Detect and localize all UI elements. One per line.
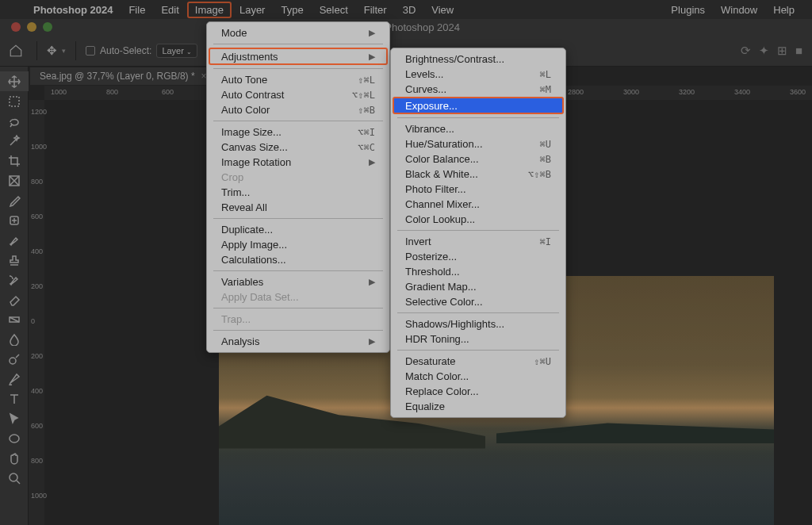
menu-item-label: Adjustments: [221, 51, 278, 63]
tool-path-select[interactable]: [0, 408, 29, 428]
menu-item-reveal-all[interactable]: Reveal All: [207, 200, 389, 215]
menu-item-channel-mixer[interactable]: Channel Mixer...: [391, 197, 565, 212]
menu-item-label: Desaturate: [405, 355, 456, 367]
tool-lasso[interactable]: [0, 111, 29, 131]
macos-menubar: Photoshop 2024 FileEditImageLayerTypeSel…: [0, 0, 812, 19]
menu-item-shadows-highlights[interactable]: Shadows/Highlights...: [391, 316, 565, 331]
menu-item-posterize[interactable]: Posterize...: [391, 249, 565, 264]
document-tab[interactable]: Sea.jpg @ 37,7% (Layer 0, RGB/8) * ×: [30, 67, 216, 85]
shortcut-label: ⌥⌘C: [358, 142, 375, 153]
menu-item-adjustments[interactable]: Adjustments▶: [209, 48, 388, 65]
menu-item-canvas-size[interactable]: Canvas Size...⌥⌘C: [207, 140, 389, 155]
tool-eyedropper[interactable]: [0, 190, 29, 210]
menu-item-crop: Crop: [207, 170, 389, 185]
tool-history-brush[interactable]: [0, 270, 29, 289]
menu-item-photo-filter[interactable]: Photo Filter...: [391, 182, 565, 197]
tool-ellipse[interactable]: [0, 428, 29, 448]
tool-marquee[interactable]: [0, 91, 29, 111]
menubar-item-window[interactable]: Window: [713, 2, 765, 18]
menu-item-variables[interactable]: Variables▶: [207, 274, 389, 289]
menu-item-vibrance[interactable]: Vibrance...: [391, 121, 565, 136]
menu-item-hdr-toning[interactable]: HDR Toning...: [391, 331, 565, 347]
tool-frame[interactable]: [0, 171, 29, 190]
menu-item-equalize[interactable]: Equalize: [391, 399, 565, 414]
menu-item-apply-image[interactable]: Apply Image...: [207, 237, 389, 252]
menu-item-label: Vibrance...: [405, 123, 454, 135]
menu-item-label: Canvas Size...: [221, 141, 288, 153]
menubar-item-image[interactable]: Image: [187, 2, 232, 18]
menu-item-selective-color[interactable]: Selective Color...: [391, 294, 565, 309]
shortcut-label: ⌥⇧⌘L: [352, 90, 375, 101]
app-name[interactable]: Photoshop 2024: [25, 2, 121, 18]
menu-item-auto-color[interactable]: Auto Color⇧⌘B: [207, 102, 389, 117]
3d-mode-icon[interactable]: ✦: [759, 44, 769, 58]
auto-select-checkbox[interactable]: [86, 46, 95, 56]
move-tool-icon[interactable]: ✥: [47, 44, 57, 58]
align-icon[interactable]: ⊞: [777, 44, 787, 58]
menubar-item-file[interactable]: File: [121, 2, 153, 18]
menu-item-hue-saturation[interactable]: Hue/Saturation...⌘U: [391, 136, 565, 151]
menubar-item-edit[interactable]: Edit: [153, 2, 186, 18]
menu-item-color-lookup[interactable]: Color Lookup...: [391, 212, 565, 227]
menu-item-match-color[interactable]: Match Color...: [391, 369, 565, 384]
tool-zoom[interactable]: [0, 468, 29, 488]
options-right-icons: ⟳ ✦ ⊞ ■: [741, 44, 812, 58]
menu-item-desaturate[interactable]: Desaturate⇧⌘U: [391, 354, 565, 369]
menu-item-black-white[interactable]: Black & White...⌥⇧⌘B: [391, 167, 565, 182]
refresh-icon[interactable]: ⟳: [741, 44, 751, 58]
menu-item-label: Color Balance...: [405, 153, 479, 165]
menubar-item-filter[interactable]: Filter: [356, 2, 395, 18]
menu-item-threshold[interactable]: Threshold...: [391, 264, 565, 279]
tool-type[interactable]: [0, 389, 29, 408]
menu-item-label: Auto Tone: [221, 74, 267, 86]
menu-item-replace-color[interactable]: Replace Color...: [391, 384, 565, 399]
menu-item-label: Variables: [221, 276, 263, 288]
menubar-item-view[interactable]: View: [423, 2, 462, 18]
document-tab-label: Sea.jpg @ 37,7% (Layer 0, RGB/8) *: [40, 71, 195, 82]
tool-move[interactable]: [0, 71, 29, 91]
tool-eraser[interactable]: [0, 289, 29, 309]
tool-gradient[interactable]: [0, 309, 29, 329]
shortcut-label: ⌘L: [540, 69, 551, 80]
tool-stamp[interactable]: [0, 250, 29, 270]
auto-select-dropdown[interactable]: Layer ⌄: [156, 44, 197, 58]
menubar-item-layer[interactable]: Layer: [232, 2, 274, 18]
menu-item-gradient-map[interactable]: Gradient Map...: [391, 279, 565, 294]
menu-item-auto-tone[interactable]: Auto Tone⇧⌘L: [207, 72, 389, 87]
menu-item-auto-contrast[interactable]: Auto Contrast⌥⇧⌘L: [207, 87, 389, 102]
tool-dodge[interactable]: [0, 349, 29, 369]
menu-item-exposure[interactable]: Exposure...: [393, 97, 564, 114]
menu-item-label: Exposure...: [405, 100, 458, 112]
menubar-item-select[interactable]: Select: [312, 2, 356, 18]
menu-item-levels[interactable]: Levels...⌘L: [391, 67, 565, 82]
menu-item-brightness-contrast[interactable]: Brightness/Contrast...: [391, 52, 565, 67]
tool-healing[interactable]: [0, 210, 29, 230]
home-icon[interactable]: [5, 40, 27, 62]
tool-hand[interactable]: [0, 448, 29, 468]
menu-item-analysis[interactable]: Analysis▶: [207, 334, 389, 349]
menu-item-duplicate[interactable]: Duplicate...: [207, 222, 389, 237]
menu-item-color-balance[interactable]: Color Balance...⌘B: [391, 151, 565, 167]
menu-item-calculations[interactable]: Calculations...: [207, 252, 389, 267]
tool-pen[interactable]: [0, 369, 29, 389]
menu-item-trim[interactable]: Trim...: [207, 185, 389, 200]
menu-item-mode[interactable]: Mode▶: [207, 25, 389, 40]
menu-item-label: Color Lookup...: [405, 213, 475, 225]
tool-magic-wand[interactable]: [0, 131, 29, 151]
menu-item-image-size[interactable]: Image Size...⌥⌘I: [207, 125, 389, 140]
shortcut-label: ⇧⌘B: [358, 105, 375, 116]
chevron-right-icon: ▶: [369, 52, 375, 62]
menu-item-curves[interactable]: Curves...⌘M: [391, 82, 565, 97]
camera-icon[interactable]: ■: [795, 44, 802, 58]
menubar-item-3d[interactable]: 3D: [395, 2, 424, 18]
tool-crop[interactable]: [0, 151, 29, 171]
menu-item-invert[interactable]: Invert⌘I: [391, 234, 565, 249]
tool-blur[interactable]: [0, 329, 29, 349]
apple-icon[interactable]: [10, 7, 25, 12]
shortcut-label: ⇧⌘L: [358, 75, 375, 86]
menubar-item-type[interactable]: Type: [273, 2, 311, 18]
tool-brush[interactable]: [0, 230, 29, 250]
menu-item-image-rotation[interactable]: Image Rotation▶: [207, 155, 389, 170]
menubar-item-help[interactable]: Help: [765, 2, 802, 18]
menubar-item-plugins[interactable]: Plugins: [663, 2, 713, 18]
